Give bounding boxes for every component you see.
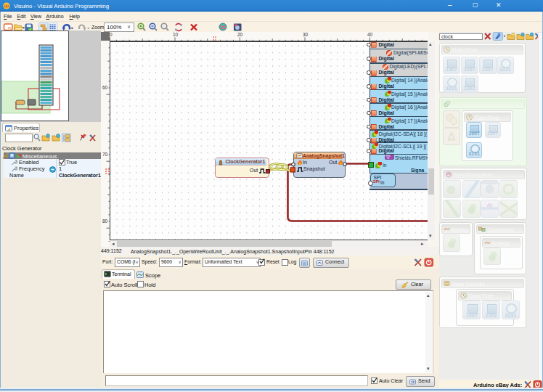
svg-text:R: R <box>10 153 14 158</box>
